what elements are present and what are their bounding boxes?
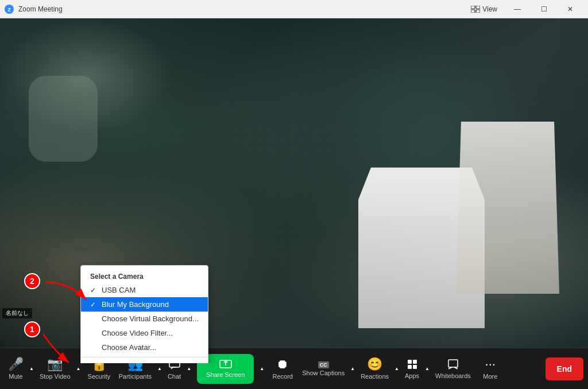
reactions-button[interactable]: 😊 Reactions <box>357 348 392 390</box>
captions-chevron-icon: ▲ <box>350 366 355 371</box>
view-button[interactable]: View <box>471 5 497 13</box>
security-label: Security <box>88 373 111 380</box>
end-button[interactable]: End <box>546 357 583 380</box>
menu-item-avatar[interactable]: Choose Avatar... <box>81 340 208 355</box>
apps-chevron-icon: ▲ <box>425 366 430 371</box>
titlebar-controls: — ☐ ✕ <box>504 0 583 18</box>
svg-rect-3 <box>476 6 480 9</box>
zoom-icon: Z <box>5 5 14 14</box>
svg-rect-13 <box>408 365 412 369</box>
maximize-button[interactable]: ☐ <box>531 0 557 18</box>
record-button[interactable]: ⏺ Record <box>266 348 299 390</box>
minimize-button[interactable]: — <box>504 0 531 18</box>
reactions-group: 😊 Reactions ▲ <box>357 348 401 390</box>
svg-text:Z: Z <box>7 7 11 13</box>
svg-rect-15 <box>448 360 458 367</box>
stop-video-group: 📷 Stop Video ▲ <box>36 348 83 390</box>
captions-group: CC Show Captions ▲ <box>299 348 357 390</box>
menu-item-usb-cam[interactable]: ✓ USB CAM <box>81 283 208 297</box>
cc-badge: CC <box>318 361 329 368</box>
view-icon <box>471 6 480 13</box>
menu-divider <box>81 357 208 357</box>
video-icon: 📷 <box>47 358 63 371</box>
more-icon: ··· <box>485 358 496 371</box>
titlebar-left: Z Zoom Meeting <box>5 5 63 14</box>
reactions-icon: 😊 <box>367 358 382 371</box>
titlebar: Z Zoom Meeting View — ☐ ✕ <box>0 0 588 18</box>
svg-rect-2 <box>471 6 475 9</box>
record-icon: ⏺ <box>276 358 289 371</box>
chat-label: Chat <box>168 373 181 380</box>
mute-icon: 🎤 <box>8 358 24 371</box>
share-icon <box>219 360 232 370</box>
stop-video-label: Stop Video <box>40 373 71 380</box>
video-chevron-icon: ▲ <box>76 366 81 371</box>
svg-rect-14 <box>413 365 417 369</box>
mute-button[interactable]: 🎤 Mute <box>5 348 27 390</box>
video-area: Select a Camera ✓ USB CAM ✓ Blur My Back… <box>0 18 588 363</box>
apps-group: Apps ▲ <box>401 348 432 390</box>
close-button[interactable]: ✕ <box>557 0 583 18</box>
mute-chevron[interactable]: ▲ <box>27 348 36 390</box>
captions-chevron[interactable]: ▲ <box>348 348 357 390</box>
svg-rect-11 <box>408 360 412 364</box>
apps-label: Apps <box>405 372 419 379</box>
captions-button[interactable]: CC Show Captions <box>299 348 348 390</box>
stop-video-button[interactable]: 📷 Stop Video <box>36 348 74 390</box>
menu-header: Select a Camera <box>81 269 208 283</box>
check-icon-blur: ✓ <box>90 301 98 309</box>
video-figure <box>456 122 559 294</box>
participants-chevron-icon: ▲ <box>157 366 162 371</box>
svg-rect-12 <box>413 360 417 364</box>
reactions-label: Reactions <box>361 373 389 380</box>
more-label: More <box>483 373 497 380</box>
apps-chevron[interactable]: ▲ <box>423 348 432 390</box>
step2-badge: 2 <box>24 273 40 289</box>
video-blur-2 <box>29 76 98 162</box>
mute-label: Mute <box>9 373 22 380</box>
step1-badge: 1 <box>24 321 40 337</box>
whiteboards-label: Whiteboards <box>435 372 471 379</box>
whiteboards-icon <box>447 359 459 370</box>
share-chevron-icon: ▲ <box>260 366 264 371</box>
camera-context-menu: Select a Camera ✓ USB CAM ✓ Blur My Back… <box>80 265 208 363</box>
svg-rect-5 <box>476 10 480 13</box>
mute-chevron-icon: ▲ <box>29 366 34 371</box>
menu-item-virtual-bg[interactable]: Choose Virtual Background... <box>81 312 208 326</box>
menu-item-video-filter[interactable]: Choose Video Filter... <box>81 326 208 340</box>
participants-label: Participants <box>118 373 151 380</box>
apps-icon <box>407 359 418 370</box>
titlebar-title: Zoom Meeting <box>18 5 63 13</box>
share-chevron[interactable]: ▲ <box>257 348 266 390</box>
apps-button[interactable]: Apps <box>401 348 423 390</box>
whiteboards-button[interactable]: Whiteboards <box>432 348 474 390</box>
participant-name-badge: 名前なし <box>2 308 32 318</box>
check-icon-usb: ✓ <box>90 286 98 294</box>
reactions-chevron[interactable]: ▲ <box>392 348 401 390</box>
share-screen-label: Share Screen <box>206 371 245 378</box>
svg-rect-4 <box>471 10 475 13</box>
menu-item-blur[interactable]: ✓ Blur My Background <box>81 297 208 312</box>
record-label: Record <box>273 373 293 380</box>
more-button[interactable]: ··· More <box>474 348 506 390</box>
reactions-chevron-icon: ▲ <box>394 366 399 371</box>
chat-chevron-icon: ▲ <box>187 366 191 371</box>
menu-item-video-settings[interactable]: Video Settings... <box>81 360 208 363</box>
mute-group: 🎤 Mute ▲ <box>5 348 36 390</box>
captions-label: Show Captions <box>302 369 345 376</box>
